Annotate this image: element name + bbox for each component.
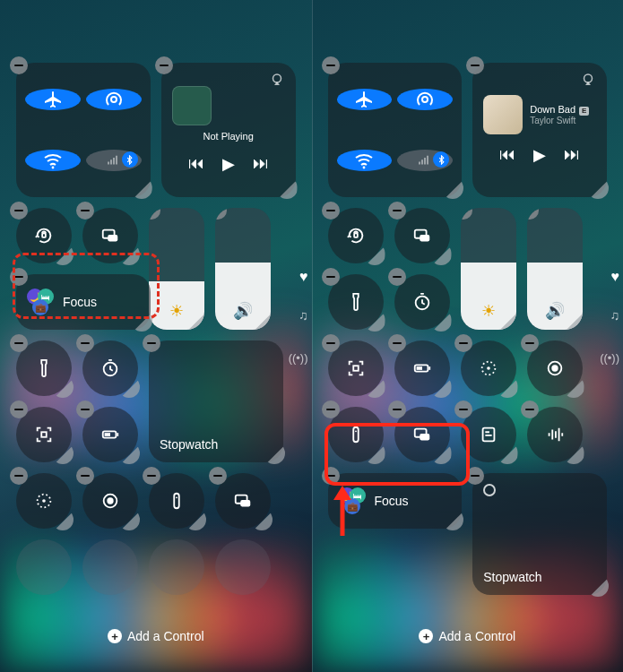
resize-handle[interactable] bbox=[563, 376, 584, 398]
remove-badge[interactable] bbox=[155, 56, 173, 74]
airdrop-toggle[interactable] bbox=[397, 89, 453, 110]
airplay-icon[interactable] bbox=[580, 72, 596, 91]
orientation-lock-toggle[interactable] bbox=[328, 208, 384, 263]
add-control-button[interactable]: + Add a Control bbox=[312, 629, 624, 643]
remove-badge[interactable] bbox=[10, 334, 28, 352]
resize-handle[interactable] bbox=[430, 376, 452, 398]
resize-handle[interactable] bbox=[364, 376, 385, 398]
remove-badge[interactable] bbox=[322, 334, 340, 352]
resize-handle[interactable] bbox=[118, 443, 140, 464]
volume-slider[interactable]: 🔊 bbox=[215, 208, 271, 330]
resize-handle[interactable] bbox=[587, 575, 609, 597]
screen-mirror-button[interactable] bbox=[215, 473, 271, 529]
resize-handle[interactable] bbox=[497, 376, 518, 398]
brightness-slider[interactable]: ☀ bbox=[461, 208, 516, 330]
remove-badge[interactable] bbox=[76, 401, 94, 418]
remove-badge[interactable] bbox=[10, 56, 28, 74]
resize-handle[interactable] bbox=[264, 443, 285, 464]
media-tile[interactable]: Not Playing ⏮ ▶ ⏭ bbox=[161, 63, 296, 197]
resize-handle[interactable] bbox=[497, 443, 518, 464]
wifi-toggle[interactable] bbox=[337, 150, 393, 171]
empty-slot[interactable] bbox=[82, 539, 138, 595]
next-track-button[interactable]: ⏭ bbox=[564, 145, 580, 165]
resize-handle[interactable] bbox=[276, 177, 298, 199]
resize-handle[interactable] bbox=[185, 310, 204, 330]
cellular-bt-toggle[interactable] bbox=[397, 150, 453, 171]
low-power-toggle[interactable] bbox=[394, 340, 450, 396]
remove-badge[interactable] bbox=[209, 467, 227, 485]
connectivity-group[interactable] bbox=[328, 63, 463, 197]
resize-handle[interactable] bbox=[430, 310, 452, 332]
airplay-icon[interactable] bbox=[269, 72, 285, 91]
qr-scan-button[interactable] bbox=[328, 340, 384, 396]
remove-badge[interactable] bbox=[322, 202, 340, 220]
remove-badge[interactable] bbox=[466, 56, 484, 74]
remove-badge[interactable] bbox=[454, 334, 472, 352]
stopwatch-tile[interactable]: Stopwatch bbox=[472, 473, 607, 595]
resize-handle[interactable] bbox=[251, 310, 271, 330]
screen-record-button[interactable] bbox=[527, 340, 583, 396]
remove-badge[interactable] bbox=[76, 334, 94, 352]
remove-badge[interactable] bbox=[149, 208, 160, 220]
resize-handle[interactable] bbox=[118, 376, 140, 398]
media-tile[interactable]: Down BadE Taylor Swift ⏮ ▶ ⏭ bbox=[472, 63, 607, 197]
remove-badge[interactable] bbox=[388, 268, 406, 286]
remove-badge[interactable] bbox=[10, 401, 28, 418]
resize-handle[interactable] bbox=[364, 244, 385, 265]
resize-handle[interactable] bbox=[442, 177, 463, 199]
flashlight-toggle[interactable] bbox=[16, 340, 72, 396]
prev-track-button[interactable]: ⏮ bbox=[188, 154, 204, 174]
resize-handle[interactable] bbox=[430, 244, 452, 265]
add-control-button[interactable]: + Add a Control bbox=[0, 629, 312, 643]
remote-button[interactable] bbox=[149, 473, 204, 529]
empty-slot[interactable] bbox=[149, 539, 204, 595]
remove-badge[interactable] bbox=[322, 268, 340, 286]
resize-handle[interactable] bbox=[52, 509, 74, 530]
resize-handle[interactable] bbox=[563, 443, 584, 464]
remove-badge[interactable] bbox=[388, 202, 406, 220]
resize-handle[interactable] bbox=[185, 509, 206, 530]
play-button[interactable]: ▶ bbox=[533, 145, 546, 165]
wifi-toggle[interactable] bbox=[25, 150, 81, 171]
resize-handle[interactable] bbox=[563, 310, 583, 330]
screen-mirroring-toggle[interactable] bbox=[394, 208, 450, 263]
remove-badge[interactable] bbox=[388, 334, 406, 352]
resize-handle[interactable] bbox=[131, 177, 152, 199]
remove-badge[interactable] bbox=[521, 334, 539, 352]
timer-button[interactable] bbox=[394, 274, 450, 330]
resize-handle[interactable] bbox=[251, 509, 273, 530]
timer-button[interactable] bbox=[82, 340, 138, 396]
connectivity-group[interactable] bbox=[16, 63, 151, 197]
remove-badge[interactable] bbox=[322, 401, 340, 418]
resize-handle[interactable] bbox=[497, 310, 516, 330]
stopwatch-tile[interactable]: Stopwatch bbox=[149, 340, 283, 462]
low-power-toggle[interactable] bbox=[82, 407, 138, 462]
remove-badge[interactable] bbox=[461, 208, 472, 220]
play-button[interactable]: ▶ bbox=[222, 154, 235, 174]
empty-slot[interactable] bbox=[215, 539, 271, 595]
remove-badge[interactable] bbox=[215, 208, 227, 220]
remove-badge[interactable] bbox=[143, 334, 160, 352]
airplane-toggle[interactable] bbox=[25, 89, 81, 110]
airdrop-toggle[interactable] bbox=[86, 89, 142, 110]
resize-handle[interactable] bbox=[118, 509, 140, 530]
remove-badge[interactable] bbox=[322, 56, 340, 74]
remove-badge[interactable] bbox=[454, 401, 472, 418]
resize-handle[interactable] bbox=[587, 177, 609, 199]
empty-slot[interactable] bbox=[16, 539, 72, 595]
airplane-toggle[interactable] bbox=[337, 89, 393, 110]
resize-handle[interactable] bbox=[52, 376, 74, 398]
resize-handle[interactable] bbox=[442, 509, 463, 530]
remove-badge[interactable] bbox=[10, 467, 28, 485]
remove-badge[interactable] bbox=[527, 208, 539, 220]
next-track-button[interactable]: ⏭ bbox=[253, 154, 269, 174]
resize-handle[interactable] bbox=[52, 443, 74, 464]
remove-badge[interactable] bbox=[76, 202, 94, 220]
remove-badge[interactable] bbox=[388, 401, 406, 418]
privacy-button[interactable] bbox=[461, 340, 516, 396]
volume-slider[interactable]: 🔊 bbox=[527, 208, 583, 330]
screen-record-button[interactable] bbox=[82, 473, 138, 529]
sound-recognition-button[interactable] bbox=[527, 407, 583, 462]
resize-handle[interactable] bbox=[364, 310, 385, 332]
remove-badge[interactable] bbox=[521, 401, 539, 418]
